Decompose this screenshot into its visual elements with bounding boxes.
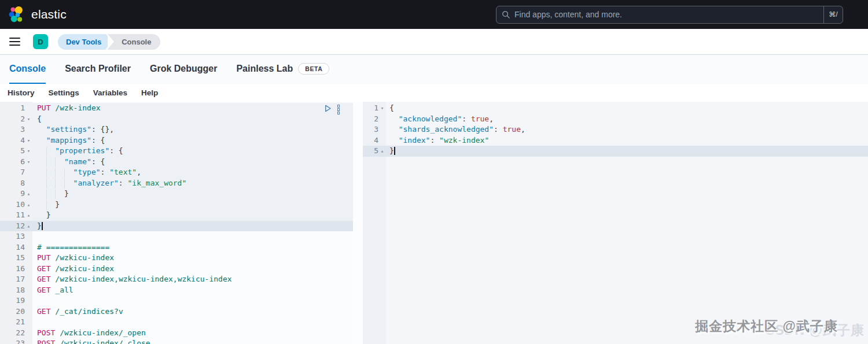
global-search-input[interactable]: Find apps, content, and more. ⌘/ [496,6,843,24]
breadcrumb-bar: D Dev Tools Console [0,29,868,54]
elastic-brand[interactable]: elastic [8,6,67,23]
code-line[interactable]: 2 "acknowledged": true, [363,114,868,125]
code-line[interactable]: 15PUT /wzkicu-index [0,253,353,264]
code-content[interactable]: } [32,210,353,221]
code-line[interactable]: 18GET _all [0,285,353,296]
code-content[interactable]: "mappings": { [32,135,353,146]
code-line[interactable]: 5▴} [363,146,868,157]
code-content[interactable] [32,317,353,328]
request-options-icon[interactable] [337,104,340,114]
code-line[interactable]: 9▴ } [0,188,353,199]
code-content[interactable]: "name": { [32,157,353,168]
code-line[interactable]: 16GET /wzkicu-index [0,264,353,275]
request-editor-pane[interactable]: 1PUT /wzk-index2▾{3 "settings": {},4▾ "m… [0,102,353,344]
code-content[interactable]: GET _all [32,285,353,296]
token-punct: : [430,136,439,145]
tab-console[interactable]: Console [9,55,46,84]
code-content[interactable]: "type": "text", [32,167,353,178]
code-line[interactable]: 14# ============== [0,242,353,253]
code-line[interactable]: 7 "type": "text", [0,167,353,178]
code-line[interactable]: 4 "index": "wzk-index" [363,135,868,146]
code-content[interactable]: # ============== [32,242,353,253]
gutter-cell: 20 [0,306,32,317]
code-line[interactable]: 11▴ } [0,210,353,221]
code-line[interactable]: 4▾ "mappings": { [0,135,353,146]
code-content[interactable]: POST /wzkicu-index/_open [32,328,353,339]
code-content[interactable]: GET /wzkicu-index,wzkicu-index,wzkicu-in… [32,274,353,285]
code-content[interactable]: } [386,146,868,157]
code-line[interactable]: 5▾ "properties": { [0,146,353,157]
code-content[interactable] [32,231,353,242]
menu-item-history[interactable]: History [8,88,35,97]
code-line[interactable]: 1PUT /wzk-index [0,103,353,114]
code-content[interactable]: { [32,114,353,125]
fold-open-icon[interactable]: ▾ [25,114,32,125]
code-line[interactable]: 19 [0,295,353,306]
dev-tools-app-badge[interactable]: D [33,34,48,49]
gutter-cell: 1▾ [363,103,386,114]
token-punct: } [55,200,60,209]
fold-open-icon[interactable]: ▾ [25,135,32,146]
code-line[interactable]: 13 [0,231,353,242]
code-line[interactable]: 17GET /wzkicu-index,wzkicu-index,wzkicu-… [0,274,353,285]
tab-search-profiler[interactable]: Search Profiler [65,55,131,84]
menu-item-help[interactable]: Help [141,88,158,97]
code-line[interactable]: 23POST /wzkicu-index/_close [0,338,353,344]
token-punct: : { [91,136,105,145]
code-content[interactable]: } [32,188,353,199]
code-line[interactable]: 20GET /_cat/indices?v [0,306,353,317]
fold-open-icon[interactable]: ▾ [378,103,386,114]
code-content[interactable]: "index": "wzk-index" [386,135,868,146]
fold-open-icon[interactable]: ▾ [25,146,32,157]
breadcrumb-console[interactable]: Console [108,34,160,50]
code-content[interactable] [32,295,353,306]
menu-hamburger-icon[interactable] [9,38,20,46]
code-line[interactable]: 6▾ "name": { [0,157,353,168]
menu-item-variables[interactable]: Variables [93,88,127,97]
tab-painless-lab[interactable]: Painless Lab BETA [236,55,329,84]
code-content[interactable]: } [32,221,353,232]
fold-close-icon[interactable]: ▴ [378,146,386,157]
code-line[interactable]: 1▾{ [363,103,868,114]
response-output-pane[interactable]: 1▾{2 "acknowledged": true,3 "shards_ackn… [363,102,868,344]
fold-close-icon[interactable]: ▴ [25,221,32,232]
gutter-cell: 2 [363,114,386,125]
menu-item-settings[interactable]: Settings [49,88,79,97]
code-line[interactable]: 8 "analyzer": "ik_max_word" [0,178,353,189]
indent-guide [46,179,56,188]
line-number: 11 [16,210,25,221]
token-method: POST [37,328,55,337]
code-content[interactable]: PUT /wzkicu-index [32,253,353,264]
code-content[interactable]: "settings": {}, [32,124,353,135]
send-request-icon[interactable] [323,104,332,113]
code-content[interactable]: GET /wzkicu-index [32,264,353,275]
gutter-cell: 15 [0,253,32,264]
gutter-cell: 5▴ [363,146,386,157]
fold-close-icon[interactable]: ▴ [25,188,32,199]
code-line[interactable]: 12▴} [0,221,353,232]
code-content[interactable]: "acknowledged": true, [386,114,868,125]
code-content[interactable]: "analyzer": "ik_max_word" [32,178,353,189]
gutter-cell: 23 [0,338,32,344]
code-content[interactable]: "shards_acknowledged": true, [386,124,868,135]
fold-close-icon[interactable]: ▴ [25,199,32,210]
code-content[interactable]: PUT /wzk-index [32,103,353,114]
fold-open-icon[interactable]: ▾ [25,157,32,168]
code-content[interactable]: } [32,199,353,210]
breadcrumb-dev-tools[interactable]: Dev Tools [58,34,106,50]
code-line[interactable]: 3 "shards_acknowledged": true, [363,124,868,135]
tab-grok-debugger[interactable]: Grok Debugger [150,55,217,84]
code-line[interactable]: 22POST /wzkicu-index/_open [0,328,353,339]
code-line[interactable]: 2▾{ [0,114,353,125]
pane-resizer-handle[interactable] [353,102,363,344]
code-content[interactable]: GET /_cat/indices?v [32,306,353,317]
code-content[interactable]: POST /wzkicu-index/_close [32,338,353,344]
code-content[interactable]: "properties": { [32,146,353,157]
fold-close-icon[interactable]: ▴ [25,210,32,221]
code-content[interactable]: { [386,103,868,114]
code-line[interactable]: 21 [0,317,353,328]
line-number: 1 [374,103,378,114]
code-line[interactable]: 3 "settings": {}, [0,124,353,135]
code-line[interactable]: 10▴ } [0,199,353,210]
indent-guide [55,168,64,178]
